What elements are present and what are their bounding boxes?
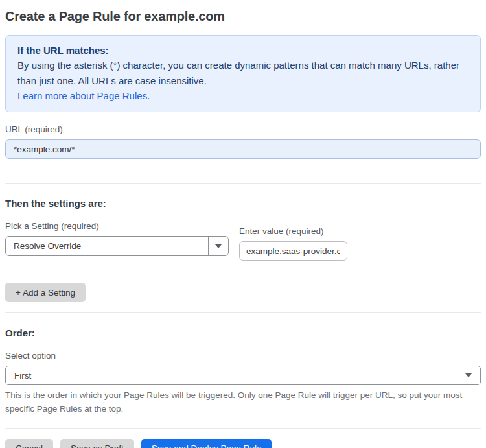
save-as-draft-button[interactable]: Save as Draft <box>60 439 134 448</box>
divider <box>5 183 481 184</box>
link-suffix: . <box>147 90 150 101</box>
setting-select-value: Resolve Override <box>6 237 208 255</box>
info-callout-body: By using the asterisk (*) character, you… <box>17 58 469 88</box>
setting-value-group: Enter value (required) <box>239 210 347 261</box>
setting-picker-group: Pick a Setting (required) Resolve Overri… <box>5 210 229 256</box>
page-title: Create a Page Rule for example.com <box>5 9 481 24</box>
add-setting-button[interactable]: + Add a Setting <box>5 283 86 302</box>
cancel-button[interactable]: Cancel <box>5 439 53 448</box>
info-callout-heading: If the URL matches: <box>17 43 469 58</box>
order-help-text: This is the order in which your Page Rul… <box>5 389 481 416</box>
settings-row: Pick a Setting (required) Resolve Overri… <box>5 210 481 261</box>
setting-picker-label: Pick a Setting (required) <box>5 221 229 231</box>
setting-select-arrow-button[interactable] <box>208 237 228 255</box>
order-select-value: First <box>14 371 31 381</box>
order-section-heading: Order: <box>5 327 481 338</box>
setting-value-label: Enter value (required) <box>239 226 347 236</box>
chevron-down-icon <box>215 244 222 248</box>
url-match-info-callout: If the URL matches: By using the asteris… <box>5 35 481 112</box>
divider <box>5 312 481 313</box>
learn-more-link[interactable]: Learn more about Page Rules <box>17 90 147 101</box>
url-field-label: URL (required) <box>5 124 481 134</box>
info-callout-link-line: Learn more about Page Rules. <box>17 88 469 103</box>
footer-actions: Cancel Save as Draft Save and Deploy Pag… <box>5 439 481 448</box>
url-input[interactable] <box>5 139 481 159</box>
setting-value-input[interactable] <box>239 241 347 261</box>
chevron-down-icon <box>465 373 472 377</box>
settings-section-heading: Then the settings are: <box>5 198 481 209</box>
order-select-label: Select option <box>5 351 481 360</box>
save-and-deploy-button[interactable]: Save and Deploy Page Rule <box>141 439 272 448</box>
order-select[interactable]: First <box>5 366 481 385</box>
setting-select[interactable]: Resolve Override <box>5 236 229 256</box>
divider <box>5 428 481 429</box>
